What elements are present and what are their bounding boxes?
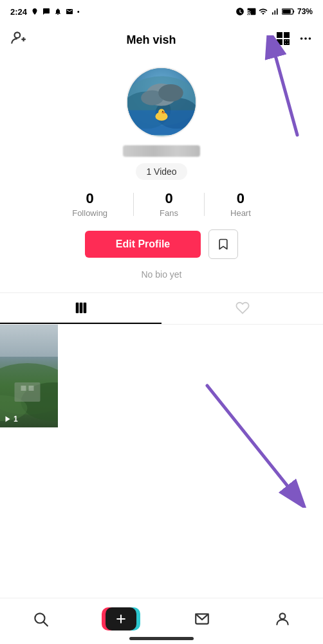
location-icon [31,8,39,15]
edit-profile-button[interactable]: Edit Profile [85,231,201,258]
more-button[interactable] [299,31,313,49]
video-thumb-1[interactable]: 1 [0,325,58,427]
nav-inbox[interactable] [162,611,243,627]
fans-count: 0 [165,190,172,207]
video-play-count: 1 [4,415,18,424]
svg-rect-15 [286,34,288,36]
wifi-icon [259,7,268,16]
heart-label: Heart [230,208,251,218]
avatar [126,67,197,138]
svg-line-49 [44,622,48,625]
svg-rect-12 [284,42,286,44]
svg-rect-3 [282,10,291,13]
signal-icon [270,7,279,16]
top-nav-actions [275,31,313,49]
qr-button[interactable] [275,31,291,49]
nav-search[interactable] [0,611,81,627]
msg-icon [42,8,50,15]
nav-profile[interactable] [243,611,324,627]
tab-heart[interactable] [162,293,323,324]
following-stat: 0 Following [46,190,133,218]
svg-rect-40 [21,386,26,391]
svg-marker-43 [6,416,10,422]
svg-rect-32 [75,303,78,314]
status-time: 2:24 [10,7,27,17]
video-count-badge: 1 Video [136,163,187,180]
svg-rect-10 [284,40,286,42]
svg-rect-41 [29,386,34,391]
add-user-button[interactable] [10,30,27,50]
status-bar: 2:24 • 73% [0,0,323,23]
svg-point-26 [158,84,183,102]
status-left: 2:24 • [10,7,80,17]
fans-label: Fans [160,208,178,218]
svg-rect-2 [293,10,294,12]
username-blur [123,145,200,157]
svg-rect-13 [287,42,289,44]
svg-rect-16 [279,41,281,43]
action-buttons: Edit Profile [85,229,238,259]
video-grid: 1 [0,325,323,427]
mail-icon [66,8,73,15]
avatar-image [127,68,196,136]
battery-text: 73% [297,7,313,16]
svg-point-53 [280,613,286,619]
svg-point-30 [162,112,165,114]
following-count: 0 [86,190,94,207]
status-right: 73% [235,7,313,16]
page-title: Meh vish [126,33,176,47]
cast-icon [247,7,256,16]
nav-create[interactable] [81,607,162,631]
following-label: Following [72,208,107,218]
stats-row: 0 Following 0 Fans 0 Heart [0,190,323,218]
heart-stat: 0 Heart [205,190,277,218]
svg-point-18 [304,37,307,40]
fans-stat: 0 Fans [134,190,204,218]
svg-rect-11 [287,40,289,42]
ring-icon [54,8,62,15]
top-nav: Meh vish [0,23,323,57]
heart-count: 0 [237,190,245,207]
svg-point-17 [300,37,303,40]
tab-grid[interactable] [0,293,162,324]
svg-point-31 [162,111,163,112]
home-indicator [129,637,194,640]
bookmark-button[interactable] [208,229,238,259]
svg-point-19 [309,37,311,40]
svg-rect-39 [15,382,41,402]
svg-rect-14 [279,34,281,36]
svg-rect-33 [79,303,82,314]
battery-icon [282,8,295,15]
svg-point-4 [15,32,21,38]
bio-text: No bio yet [141,269,181,280]
svg-rect-34 [83,303,86,314]
svg-rect-42 [0,325,58,357]
tab-bar [0,292,323,325]
profile-section: 1 Video 0 Following 0 Fans 0 Heart Edit … [0,57,323,292]
alarm-icon [235,7,245,16]
